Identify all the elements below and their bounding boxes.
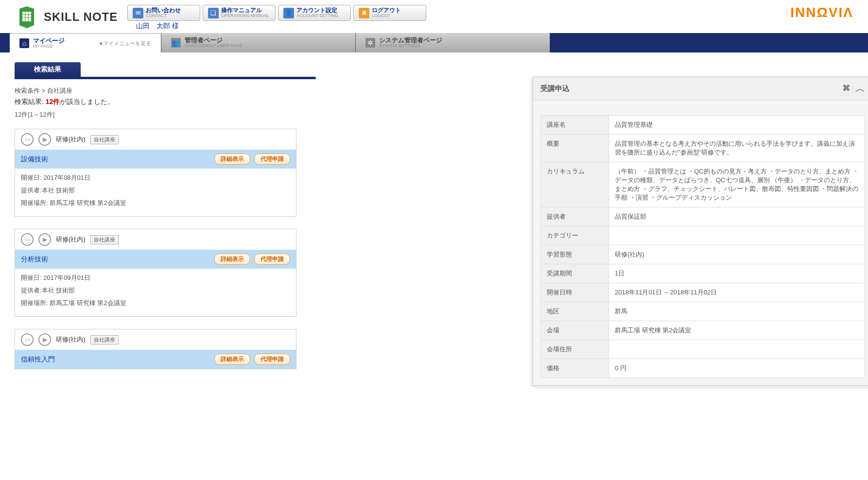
detail-value: （午前） ・品質管理とは ・QC的ものの見方・考え方 ・データのとり方、まとめ方… (609, 162, 865, 207)
brand-logo: INNΩVIΛ (790, 5, 853, 20)
card-type: 研修(社内) (56, 235, 86, 244)
result-card: ▭ ▶ 研修(社内) 自社講座 信頼性入門 詳細表示 代理申請 (15, 329, 296, 369)
detail-label: 受講期間 (541, 264, 609, 283)
detail-value (609, 226, 865, 245)
card-type: 研修(社内) (56, 335, 86, 344)
detail-value: 群馬 (609, 302, 865, 321)
section-title: 検索結果 (15, 62, 81, 77)
detail-row: カリキュラム（午前） ・品質管理とは ・QC的ものの見方・考え方 ・データのとり… (541, 162, 865, 207)
nav-tab-my-page[interactable]: ⌂ マイページMY PAGE◄マイメニューを見る (10, 33, 161, 52)
detail-row: カテゴリー (541, 226, 865, 245)
detail-label: 開催日時 (541, 283, 609, 302)
detail-label: カリキュラム (541, 162, 609, 207)
detail-value: 1日 (609, 264, 865, 283)
nav-icon: 👥 (171, 38, 181, 48)
logout-icon: ✖ (359, 8, 369, 18)
card-provider: 提供者:本社 技術部 (21, 186, 290, 195)
detail-row: 会場群馬工場 研究棟 第2会議室 (541, 321, 865, 340)
panel-title: 受講申込 (540, 84, 570, 93)
detail-value: 品質管理基礎 (609, 116, 865, 135)
header-button-account-setting[interactable]: 👤 アカウント設定ACCOUNT SETTING (278, 5, 351, 21)
logo-text: SKILL NOTE (44, 10, 118, 24)
detail-row: 学習形態研修(社内) (541, 245, 865, 264)
card-title[interactable]: 分析技術 (21, 255, 48, 264)
card-title[interactable]: 設備技術 (21, 155, 48, 164)
submenu-toggle[interactable]: ◄マイメニューを見る (98, 40, 151, 47)
detail-row: 提供者品質保証部 (541, 207, 865, 226)
detail-label: 学習形態 (541, 245, 609, 264)
card-type: 研修(社内) (56, 135, 86, 144)
detail-label: 講座名 (541, 116, 609, 135)
play-icon[interactable]: ▶ (38, 333, 51, 346)
detail-label: 価格 (541, 359, 609, 378)
svg-rect-0 (22, 12, 31, 21)
nav-icon: ✲ (365, 38, 375, 48)
proxy-apply-button[interactable]: 代理申請 (254, 354, 290, 365)
detail-button[interactable]: 詳細表示 (214, 154, 250, 165)
detail-row: 価格0 円 (541, 359, 865, 378)
result-card: ▭ ▶ 研修(社内) 自社講座 分析技術 詳細表示 代理申請 開催日: 2017… (15, 229, 296, 317)
detail-value: 群馬工場 研究棟 第2会議室 (609, 321, 865, 340)
detail-row: 概要品質管理の基本となる考え方やその活動に用いられる手法を学びます。講義に加え演… (541, 135, 865, 162)
logo-icon (15, 5, 39, 29)
card-title[interactable]: 信頼性入門 (21, 355, 55, 364)
result-count: 12件 (46, 98, 60, 105)
detail-value (609, 340, 865, 359)
header-button-logout[interactable]: ✖ ログアウトLOGOUT (353, 5, 426, 21)
header-button-contact[interactable]: ✉ お問い合わせCONTACT (127, 5, 200, 21)
card-date: 開催日: 2017年08月01日 (21, 173, 290, 182)
card-date: 開催日: 2017年09月01日 (21, 274, 290, 282)
operations-manual-icon: ❏ (208, 8, 219, 18)
detail-label: 概要 (541, 135, 609, 162)
card-badge: 自社講座 (90, 135, 119, 144)
proxy-apply-button[interactable]: 代理申請 (254, 154, 290, 165)
card-provider: 提供者:本社 技術部 (21, 286, 290, 295)
card-badge: 自社講座 (90, 235, 119, 244)
detail-panel: 受講申込 ✖ ︿ 講座名品質管理基礎概要品質管理の基本となる考え方やその活動に用… (533, 77, 868, 386)
nav-icon: ⌂ (19, 38, 29, 48)
card-badge: 自社講座 (90, 335, 119, 344)
play-icon[interactable]: ▶ (38, 133, 51, 146)
book-icon: ▭ (21, 133, 34, 146)
detail-label: 提供者 (541, 207, 609, 226)
result-card: ▭ ▶ 研修(社内) 自社講座 設備技術 詳細表示 代理申請 開催日: 2017… (15, 129, 296, 217)
header-button-operations-manual[interactable]: ❏ 操作マニュアルOPERATIONS MANUAL (203, 5, 276, 21)
detail-row: 地区群馬 (541, 302, 865, 321)
contact-icon: ✉ (133, 8, 143, 18)
detail-button[interactable]: 詳細表示 (214, 354, 250, 365)
detail-label: カテゴリー (541, 226, 609, 245)
nav-tab-system-settings[interactable]: ✲ システム管理者ページSYSTEM SETTINGS (356, 33, 550, 52)
detail-value: 品質保証部 (609, 207, 865, 226)
detail-label: 地区 (541, 302, 609, 321)
nav-tab-management-user-page[interactable]: 👥 管理者ページMANAGEMENT USER PAGE (161, 33, 356, 52)
detail-value: 0 円 (609, 359, 865, 378)
detail-row: 開催日時2018年11月01日 ～2018年11月02日 (541, 283, 865, 302)
play-icon[interactable]: ▶ (38, 233, 51, 246)
detail-label: 会場 (541, 321, 609, 340)
close-icon[interactable]: ✖ (842, 82, 851, 95)
detail-row: 受講期間1日 (541, 264, 865, 283)
detail-value: 品質管理の基本となる考え方やその活動に用いられる手法を学びます。講義に加え演習を… (609, 135, 865, 162)
navbar: ⌂ マイページMY PAGE◄マイメニューを見る👥 管理者ページMANAGEME… (0, 33, 868, 52)
card-venue: 開催場所: 群馬工場 研究棟 第2会議室 (21, 299, 290, 308)
collapse-icon[interactable]: ︿ (855, 82, 865, 95)
account-setting-icon: 👤 (283, 8, 294, 18)
detail-label: 会場住所 (541, 340, 609, 359)
detail-value: 2018年11月01日 ～2018年11月02日 (609, 283, 865, 302)
book-icon: ▭ (21, 233, 34, 246)
detail-row: 会場住所 (541, 340, 865, 359)
detail-value: 研修(社内) (609, 245, 865, 264)
username: 山田 太郎 様 (136, 22, 868, 31)
proxy-apply-button[interactable]: 代理申請 (254, 254, 290, 265)
card-venue: 開催場所: 群馬工場 研究棟 第2会議室 (21, 199, 290, 207)
book-icon: ▭ (21, 333, 34, 346)
detail-row: 講座名品質管理基礎 (541, 116, 865, 135)
detail-button[interactable]: 詳細表示 (214, 254, 250, 265)
detail-table: 講座名品質管理基礎概要品質管理の基本となる考え方やその活動に用いられる手法を学び… (540, 115, 865, 378)
